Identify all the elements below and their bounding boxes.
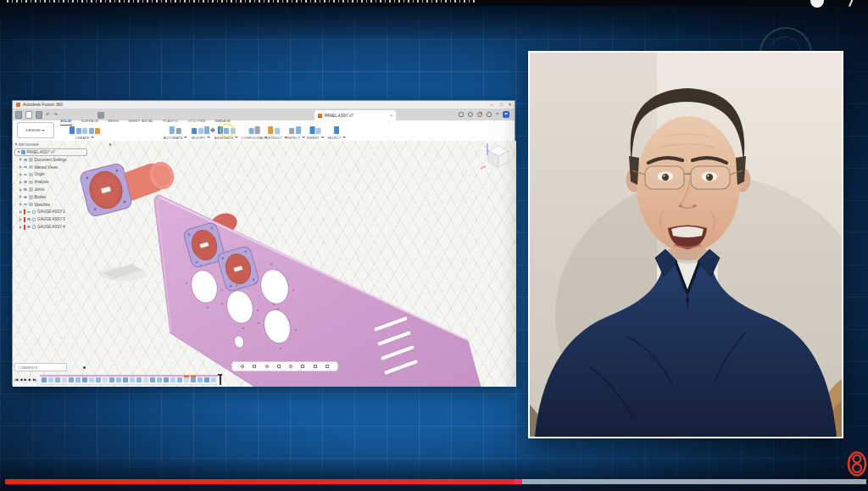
timeline-feature-icon[interactable]	[204, 377, 209, 382]
toolbar-group-create[interactable]: CREATE	[70, 126, 100, 140]
menu-grid-icon[interactable]	[15, 111, 22, 119]
sweep-icon[interactable]	[89, 128, 94, 134]
timeline-feature-icon[interactable]	[211, 377, 216, 382]
visibility-icon[interactable]	[27, 226, 31, 228]
timeline-feature-icon[interactable]	[136, 377, 142, 382]
expand-icon[interactable]	[17, 151, 19, 153]
step-back-button[interactable]: ◀	[19, 377, 22, 382]
expand-icon[interactable]	[19, 188, 22, 192]
browser-row-origin[interactable]: Origin	[14, 171, 116, 179]
browser-row-analysis[interactable]: Analysis	[14, 178, 116, 186]
scripts-icon[interactable]	[176, 128, 181, 134]
automate-icon[interactable]	[170, 126, 175, 134]
collapse-icon[interactable]	[14, 143, 17, 146]
browser-row-bodies[interactable]: Bodies	[14, 193, 116, 201]
bell-icon[interactable]	[487, 112, 492, 117]
save-icon[interactable]	[36, 111, 42, 119]
browser-row-sketches[interactable]: Sketches	[14, 201, 116, 209]
timeline-feature-icon[interactable]	[184, 377, 189, 382]
expand-icon[interactable]	[19, 218, 22, 221]
shell-icon[interactable]	[205, 126, 210, 134]
minimize-button[interactable]: –	[488, 101, 496, 108]
expand-icon[interactable]	[19, 173, 22, 176]
browser-row-document-settings[interactable]: Document Settings	[14, 156, 116, 164]
browser-root-node[interactable]: PANEL ASSY v7	[14, 148, 87, 156]
browser-options-icon[interactable]	[109, 143, 112, 146]
toolbar-group-inspect[interactable]: INSPECT	[285, 126, 305, 140]
timeline-feature-icon[interactable]	[143, 377, 148, 382]
close-button[interactable]: ×	[506, 101, 514, 108]
timeline-feature-icon[interactable]	[157, 377, 162, 382]
visibility-icon[interactable]	[27, 211, 31, 214]
visibility-icon[interactable]	[24, 204, 27, 206]
skip-to-end-button[interactable]: ▶|	[33, 377, 36, 382]
configuration-table-icon[interactable]	[255, 126, 260, 134]
visibility-icon[interactable]	[24, 166, 27, 169]
display-settings-icon[interactable]	[301, 365, 304, 368]
pan-icon[interactable]	[253, 365, 256, 368]
job-status-icon[interactable]	[468, 112, 473, 117]
step-forward-button[interactable]: ▶	[29, 377, 31, 382]
configure-icon[interactable]	[248, 128, 253, 134]
tab-sheet-metal[interactable]: SHEET METAL	[128, 118, 153, 126]
timeline-feature-icon[interactable]	[191, 377, 196, 382]
toolbar-group-automate[interactable]: AUTOMATE	[164, 126, 187, 140]
timeline-feature-icon[interactable]	[55, 377, 60, 382]
play-button[interactable]: ▶	[25, 377, 27, 382]
expand-icon[interactable]	[19, 158, 22, 161]
user-avatar[interactable]	[503, 111, 509, 118]
tab-solid[interactable]: SOLID	[60, 118, 72, 126]
new-file-icon[interactable]	[25, 111, 32, 119]
section-analysis-icon[interactable]	[296, 126, 301, 134]
timeline-feature-icon[interactable]	[170, 377, 175, 382]
model-viewport[interactable]: BROWSER PANEL ASSY v7 Document Settings …	[13, 141, 516, 387]
toolbar-group-insert[interactable]: INSERT	[307, 126, 325, 140]
fit-icon[interactable]	[277, 365, 281, 368]
timeline-feature-icon[interactable]	[130, 377, 135, 382]
skip-to-start-button[interactable]: |◀	[14, 377, 18, 382]
tab-plastic[interactable]: PLASTIC	[163, 118, 178, 126]
fillet-icon[interactable]	[198, 128, 203, 134]
view-cube[interactable]	[481, 143, 509, 169]
expand-icon[interactable]	[19, 195, 22, 198]
redo-button[interactable]: ↷	[53, 110, 58, 119]
timeline-feature-icon[interactable]	[89, 377, 94, 382]
settings-gear-icon[interactable]	[477, 112, 482, 117]
grid-layout-icon[interactable]	[314, 365, 317, 368]
select-icon[interactable]	[334, 126, 339, 134]
timeline-feature-icon[interactable]	[103, 377, 108, 382]
tab-mesh[interactable]: MESH	[108, 118, 119, 126]
browser-row-named-views[interactable]: Named Views	[14, 164, 116, 171]
look-at-icon[interactable]	[289, 365, 292, 368]
construct-axis-icon[interactable]	[275, 128, 280, 134]
visibility-icon[interactable]	[24, 174, 27, 176]
timeline-feature-icon[interactable]	[109, 377, 114, 382]
timeline-feature-icon[interactable]	[62, 377, 67, 382]
revolve-icon[interactable]	[82, 128, 87, 134]
progress-playhead[interactable]	[515, 479, 522, 484]
sketch-icon[interactable]	[95, 128, 100, 134]
viewports-icon[interactable]	[326, 365, 329, 368]
expand-icon[interactable]	[19, 165, 22, 169]
timeline-feature-icons[interactable]	[40, 375, 218, 385]
visibility-icon[interactable]	[24, 181, 27, 183]
document-tab-close-icon[interactable]: ×	[390, 111, 392, 120]
timeline-feature-icon[interactable]	[116, 377, 121, 382]
new-component-icon[interactable]	[70, 126, 75, 134]
timeline-feature-icon[interactable]	[177, 377, 182, 382]
document-tab[interactable]: PANEL ASSY v7 ×	[314, 110, 396, 120]
toolbar-group-construct[interactable]: CONSTRUCT	[260, 126, 287, 140]
press-pull-icon[interactable]	[192, 128, 198, 134]
timeline-feature-icon[interactable]	[82, 377, 87, 382]
browser-row-gauge-assy-4[interactable]: GAUGE ASSY:4	[14, 223, 116, 231]
timeline-feature-icon[interactable]	[150, 377, 155, 382]
browser-row-joints[interactable]: Joints	[14, 186, 116, 193]
expand-icon[interactable]	[19, 181, 22, 184]
maximize-button[interactable]: □	[498, 101, 505, 108]
expand-icon[interactable]	[19, 226, 22, 229]
orbit-icon[interactable]	[241, 365, 244, 368]
toolbar-group-modify[interactable]: MODIFY	[192, 126, 210, 140]
insert-mesh-icon[interactable]	[316, 128, 321, 134]
timeline-feature-icon[interactable]	[42, 377, 47, 382]
measure-icon[interactable]	[289, 128, 294, 134]
